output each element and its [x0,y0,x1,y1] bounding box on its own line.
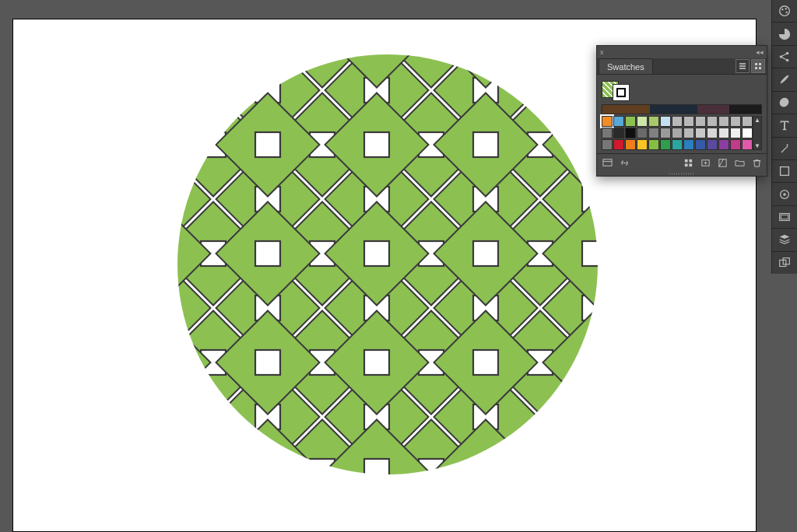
swatches-footer [597,153,767,171]
swatch-cell[interactable] [742,139,753,150]
swatches-panel[interactable]: x ◂◂ Swatches ▲ ▼ [596,45,767,177]
svg-rect-39 [684,163,687,166]
svg-point-18 [780,6,790,16]
swatch-cell[interactable] [648,128,659,138]
svg-rect-40 [689,163,692,166]
swatch-cell[interactable] [742,116,753,127]
swatch-cell[interactable] [730,128,741,138]
swatch-cell[interactable] [683,116,694,127]
swatch-cell[interactable] [742,128,753,138]
swatch-cell[interactable] [602,128,613,138]
svg-point-21 [786,12,788,13]
pattern-fill [177,54,598,474]
swatch-cell[interactable] [707,116,718,127]
swatch-cell[interactable] [637,128,648,138]
tab-swatches[interactable]: Swatches [599,58,653,74]
swatch-cell[interactable] [637,116,648,127]
close-icon[interactable]: x [600,48,604,56]
swatch-cell[interactable] [683,139,694,150]
swatch-cell[interactable] [695,139,706,150]
layers-icon[interactable] [772,229,797,251]
wand-icon[interactable] [772,138,797,160]
new-group-icon[interactable] [698,156,712,169]
square-icon[interactable] [772,160,797,183]
swatch-cell[interactable] [672,139,683,150]
new-swatch-icon[interactable] [715,156,729,169]
swatch-cell[interactable] [602,116,613,127]
target-icon[interactable] [772,183,797,205]
svg-point-20 [785,8,787,9]
svg-point-19 [781,9,783,10]
svg-rect-38 [689,159,692,162]
swatch-cell[interactable] [660,116,671,127]
artboards-icon[interactable] [772,252,797,274]
swatch-cell[interactable] [672,116,683,127]
view-grid-button[interactable] [751,59,765,73]
gradient-swatch-strip[interactable] [602,104,762,114]
swatch-cell[interactable] [625,139,636,150]
swatch-cell[interactable] [602,139,613,150]
swatch-cell[interactable] [707,128,718,138]
swatches-body: ▲ ▼ [597,75,767,153]
folder-icon[interactable] [732,156,746,169]
swatch-cell[interactable] [648,116,659,127]
link-swatch-icon[interactable] [617,156,631,169]
swatch-options-icon[interactable] [681,156,695,169]
guides-icon[interactable] [772,206,797,229]
palette-icon[interactable] [772,0,797,23]
swatch-scrollbar[interactable]: ▲ ▼ [753,116,762,150]
swatch-cell[interactable] [718,139,729,150]
swatch-cell[interactable] [648,139,659,150]
panel-titlebar[interactable]: x ◂◂ [597,46,767,58]
swatch-cell[interactable] [660,128,671,138]
swatch-cell[interactable] [637,139,648,150]
trash-icon[interactable] [750,156,764,169]
collapse-icon[interactable]: ◂◂ [756,48,764,56]
swatch-cell[interactable] [625,116,636,127]
swatch-cell[interactable] [718,116,729,127]
current-fill-stroke[interactable] [602,78,762,101]
swatch-library-icon[interactable] [600,156,614,169]
svg-rect-36 [602,159,611,165]
swatch-cell[interactable] [730,139,741,150]
type-icon[interactable] [772,114,797,137]
svg-rect-32 [755,63,757,65]
view-list-button[interactable] [736,59,750,73]
swatch-cell[interactable] [695,128,706,138]
svg-rect-25 [781,167,789,176]
svg-rect-37 [684,159,687,162]
scroll-up-icon[interactable]: ▲ [754,117,760,124]
swatch-cell[interactable] [672,128,683,138]
swatch-cell[interactable] [695,116,706,127]
swatch-cell[interactable] [613,139,624,150]
swatch-cell[interactable] [613,116,624,127]
svg-rect-35 [759,67,761,69]
circle-shape[interactable] [177,54,598,474]
share-icon[interactable] [772,46,797,68]
svg-rect-29 [781,215,788,219]
swatch-cell[interactable] [707,139,718,150]
panel-dock [771,0,797,274]
blob-icon[interactable] [772,92,797,114]
panel-tabs: Swatches [597,58,767,75]
brush-icon[interactable] [772,68,797,91]
svg-rect-17 [177,54,598,474]
pie-icon[interactable] [772,23,797,45]
svg-rect-34 [755,67,757,69]
swatch-cell[interactable] [730,116,741,127]
swatch-cell[interactable] [683,128,694,138]
swatch-cell[interactable] [613,128,624,138]
swatch-cell[interactable] [718,128,729,138]
svg-point-27 [783,193,786,196]
svg-rect-33 [759,63,761,65]
scroll-down-icon[interactable]: ▼ [754,142,760,149]
swatch-grid[interactable] [602,116,753,150]
swatch-cell[interactable] [660,139,671,150]
swatch-cell[interactable] [625,128,636,138]
current-stroke-swatch[interactable] [613,84,630,101]
resize-grip[interactable] [597,171,767,176]
